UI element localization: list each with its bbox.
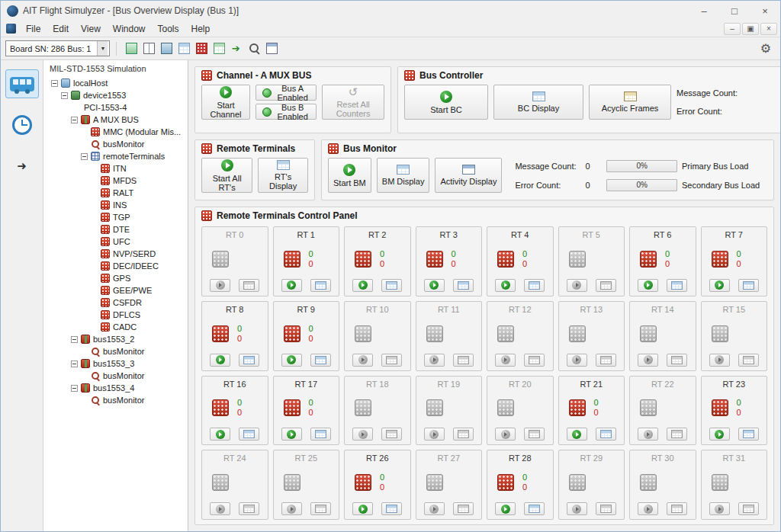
rt-display-icon[interactable] [193,40,210,57]
rt-start-button[interactable] [495,502,516,515]
maximize-button[interactable]: □ [719,1,750,21]
tree-expander-icon[interactable] [71,385,78,392]
bm-display-button[interactable]: BM Display [377,158,430,193]
tree-node[interactable]: GEE/PWE [43,284,188,296]
channel-display-icon[interactable] [123,40,140,57]
tree-expander-icon[interactable] [81,153,88,160]
rt-start-button[interactable] [424,354,445,367]
rt-start-button[interactable] [352,502,373,515]
tree-expander-icon[interactable] [51,80,58,87]
tree-expander-icon[interactable] [71,336,78,343]
rt-start-button[interactable] [424,279,445,292]
menu-item-file[interactable]: File [20,22,47,36]
tree-node[interactable]: NVP/SERD [43,248,188,260]
reset-counters-button[interactable]: ↺ Reset All Counters [322,85,384,120]
bc-display-button[interactable]: BC Display [493,85,583,120]
rt-display-button[interactable] [381,428,402,441]
tree-node[interactable]: device1553 [43,89,188,101]
rt-start-button[interactable] [424,428,445,441]
device-tree-icon[interactable] [158,40,175,57]
rts-display-button[interactable]: RT's Display [258,158,308,193]
start-bc-button[interactable]: Start BC [404,85,488,120]
rt-start-button[interactable] [709,279,730,292]
start-all-rts-button[interactable]: Start All RT's [201,158,252,193]
rt-display-button[interactable] [381,279,402,292]
tree-node[interactable]: localHost [43,77,188,89]
tree-node[interactable]: busMonitor [43,345,188,357]
tree-node[interactable]: UFC [43,236,188,248]
rt-start-button[interactable] [709,502,730,515]
rt-start-button[interactable] [709,354,730,367]
rt-display-button[interactable] [239,354,259,367]
rt-display-button[interactable] [524,279,545,292]
tree-node[interactable]: MFDS [43,175,188,187]
rt-start-button[interactable] [567,354,587,367]
tree-node[interactable]: remoteTerminals [43,150,188,162]
menu-item-tools[interactable]: Tools [152,22,185,36]
rt-display-button[interactable] [239,502,259,515]
close-button[interactable]: × [750,1,780,21]
tree-node[interactable]: GPS [43,272,188,284]
rt-display-button[interactable] [453,279,474,292]
tree-node[interactable]: DTE [43,223,188,236]
menu-item-edit[interactable]: Edit [47,22,75,36]
menu-item-view[interactable]: View [75,22,107,36]
rt-start-button[interactable] [638,354,658,367]
rt-display-button[interactable] [524,354,545,367]
rt-start-button[interactable] [281,502,302,515]
rt-display-button[interactable] [524,428,545,441]
bc-display-icon[interactable] [175,40,192,57]
tree-node[interactable]: busMonitor [43,370,188,382]
rt-display-button[interactable] [453,354,474,367]
tree-node[interactable]: busMonitor [43,394,188,406]
search-icon[interactable] [246,40,262,57]
rt-display-button[interactable] [667,502,687,515]
activity-display-button[interactable]: Activity Display [435,158,502,193]
rt-display-button[interactable] [310,354,331,367]
acyclic-frames-button[interactable]: Acyclic Frames [589,85,671,120]
rt-start-button[interactable] [567,279,587,292]
tree-node[interactable]: TGP [43,211,188,223]
export-icon[interactable] [228,40,245,57]
rt-display-button[interactable] [667,428,687,441]
tree-node[interactable]: bus1553_3 [43,357,188,370]
bus-b-enabled-button[interactable]: Bus B Enabled [256,104,317,120]
bus-view-button[interactable] [5,69,39,98]
activity-display-icon[interactable] [263,40,280,57]
tree-node[interactable]: MMC (Modular Mis... [43,126,188,138]
mdi-minimize-button[interactable]: – [724,23,741,35]
rt-start-button[interactable] [638,502,658,515]
tree-node[interactable]: A MUX BUS [43,114,188,126]
rt-display-button[interactable] [381,502,402,515]
tree-node[interactable]: PCI-1553-4 [43,101,188,114]
clock-view-button[interactable] [5,111,39,139]
tree-node[interactable]: DFLCS [43,309,188,321]
rt-display-button[interactable] [310,428,331,441]
rt-start-button[interactable] [495,428,516,441]
rt-display-button[interactable] [453,502,474,515]
tree-expander-icon[interactable] [71,117,78,123]
rt-display-button[interactable] [596,502,616,515]
bus-a-enabled-button[interactable]: Bus A Enabled [256,85,317,101]
tree-node[interactable]: bus1553_4 [43,382,188,394]
rt-start-button[interactable] [638,428,658,441]
board-select-dropdown[interactable]: Board SN: 286 Bus: 1 ▼ [5,40,110,56]
rt-start-button[interactable] [281,354,302,367]
rt-display-button[interactable] [596,354,616,367]
tree-node[interactable]: INS [43,199,188,211]
rt-start-button[interactable] [210,279,230,292]
rt-start-button[interactable] [352,428,373,441]
tree-node[interactable]: CADC [43,321,188,333]
rt-start-button[interactable] [352,354,373,367]
rt-start-button[interactable] [709,428,730,441]
rt-start-button[interactable] [567,428,587,441]
minimize-button[interactable]: – [689,1,719,21]
rt-start-button[interactable] [495,279,516,292]
rt-display-button[interactable] [524,502,545,515]
tree-expander-icon[interactable] [71,361,78,367]
rt-start-button[interactable] [352,279,373,292]
rt-display-button[interactable] [310,279,331,292]
mdi-restore-button[interactable]: ▣ [742,23,759,35]
rt-display-button[interactable] [239,279,259,292]
settings-gear-icon[interactable]: ⚙ [756,40,776,58]
